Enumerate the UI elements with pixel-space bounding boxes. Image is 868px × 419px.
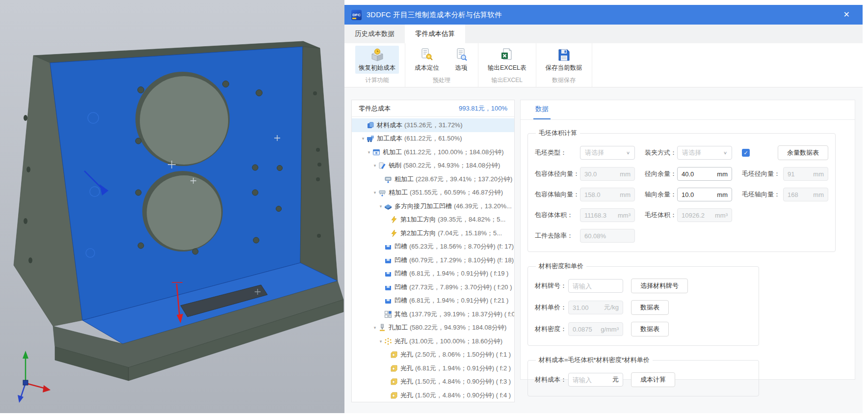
cost-locate-icon	[420, 48, 434, 62]
cad-viewport[interactable]	[0, 0, 344, 413]
select-material-grade-button[interactable]: 选择材料牌号	[631, 279, 688, 293]
tree-row[interactable]: 光孔(2.50元，8.06%；1.50分钟) ( f:1 )	[352, 348, 514, 362]
tree-row[interactable]: 其他(137.79元，39.19%；18.37分钟) ( f:0 )	[352, 307, 514, 321]
radial-margin-value[interactable]	[682, 170, 715, 178]
expander-icon[interactable]: ▾	[371, 325, 378, 330]
tree-row[interactable]: 材料成本(315.26元，31.72%)	[352, 118, 514, 132]
tree-row[interactable]: 光孔(6.81元，1.94%；0.91分钟) ( f:2 )	[352, 362, 514, 375]
margin-checkbox[interactable]: ✓	[742, 149, 750, 157]
hole-icon	[390, 378, 398, 386]
expander-icon[interactable]: ▾	[377, 204, 384, 209]
tab-history-cost-data[interactable]: 历史成本数据	[344, 25, 405, 43]
tree-row[interactable]: 粗加工(228.67元，39.41%；137.20分钟)	[352, 172, 514, 186]
env-radial-unit: mm	[620, 170, 631, 178]
tree-row-label: 凹槽	[395, 242, 407, 251]
tree-row[interactable]: ▾加工成本(611.22元，61.50%)	[352, 132, 514, 146]
tree-row[interactable]: 凹槽(6.81元，1.94%；0.91分钟) ( f:21 )	[352, 294, 514, 308]
save-current-data-button[interactable]: 保存当前数据	[542, 46, 586, 74]
tree-row-label: 凹槽	[395, 283, 407, 292]
blank-radial-label: 毛坯径向量：	[742, 169, 783, 178]
tree-row[interactable]: ▾光孔(31.00元，100.00%；18.60分钟)	[352, 335, 514, 348]
tree-row[interactable]: ▾多方向接刀加工凹槽(46.39元，13.20%...	[352, 199, 514, 213]
tree-row-label: 第1加工方向	[400, 215, 436, 224]
price-data-table-button[interactable]: 数据表	[631, 300, 669, 315]
tree-row[interactable]: 凹槽(65.23元，18.56%；8.70分钟) (f: 17)	[352, 240, 514, 254]
tree-row-label: 光孔	[400, 364, 413, 373]
hole-icon	[390, 351, 398, 359]
clamp-mode-select[interactable]: 请选择 ∨	[677, 146, 732, 160]
margin-data-table-button[interactable]: 余量数据表	[778, 145, 828, 160]
material-price-unit: 元/kg	[604, 303, 619, 312]
radial-margin-input[interactable]: mm	[677, 167, 732, 181]
export-excel-button[interactable]: 输出EXCEL表	[484, 46, 530, 74]
blank-axial-value	[788, 191, 811, 198]
tree-row-detail: (1.50元，4.84%；0.90分钟) ( f:4 )	[415, 391, 511, 400]
tree-row[interactable]: 光孔(1.50元，4.84%；0.90分钟) ( f:3 )	[352, 375, 514, 389]
tree-row[interactable]: 第2加工方向(7.04元，15.18%；5...	[352, 226, 514, 240]
restore-initial-cost-button[interactable]: 恢复初始成本	[355, 46, 399, 74]
tree-row-label: 凹槽	[395, 296, 407, 305]
axial-margin-value[interactable]	[682, 191, 715, 198]
expander-icon[interactable]: ▾	[366, 150, 372, 155]
material-grade-input[interactable]	[568, 279, 623, 293]
tree-row-detail: (6.81元，1.94%；0.91分钟) ( f:2 )	[415, 364, 511, 373]
section-title: 材料成本=毛坯体积*材料密度*材料单价	[536, 356, 653, 364]
tree-row-detail: (27.73元，7.89%；3.70分钟) ( f:20 )	[409, 283, 512, 292]
blank-volume-section: 毛坯体积计算 毛坯类型： 请选择 ∨ 装夹方式：	[527, 129, 836, 252]
axial-margin-label: 轴向余量：	[645, 190, 677, 199]
select-placeholder: 请选择	[682, 148, 701, 157]
env-radial-value	[584, 170, 618, 178]
material-cost-label: 材料成本：	[535, 375, 568, 384]
tree-row-detail: (611.22元，61.50%)	[404, 134, 462, 143]
hole-icon	[390, 391, 398, 399]
expander-icon[interactable]: ▾	[371, 163, 378, 168]
cost-tree-panel: 零件总成本 993.81元，100% 材料成本(315.26元，31.72%)▾…	[351, 100, 515, 402]
tree-row[interactable]: ▾精加工(351.55元，60.59%；46.87分钟)	[352, 186, 514, 200]
blank-type-label: 毛坯类型：	[535, 148, 580, 157]
tree-row-detail: (31.00元，100.00%；18.60分钟)	[409, 337, 502, 346]
cost-locate-button[interactable]: 成本定位	[411, 46, 443, 74]
material-cost-input[interactable]: 元	[568, 373, 623, 387]
rough-machining-icon	[384, 175, 392, 183]
tree-row[interactable]: 凹槽(6.81元，1.94%；0.91分钟) ( f:19 )	[352, 267, 514, 281]
options-button[interactable]: 选项	[450, 46, 472, 74]
expander-icon[interactable]: ▾	[360, 136, 367, 141]
tree-row-detail: (580.22元，94.93%；184.08分钟)	[410, 323, 506, 332]
tab-data[interactable]: 数据	[533, 105, 551, 119]
save-data-icon	[556, 48, 571, 62]
cost-calculate-button[interactable]: 成本计算	[631, 372, 675, 387]
tree-row-label: 凹槽	[395, 256, 407, 265]
material-grade-value[interactable]	[573, 282, 619, 290]
tree-row[interactable]: 第1加工方向(39.35元，84.82%；5...	[352, 213, 514, 227]
tree-row[interactable]: 凹槽(27.73元，7.89%；3.70分钟) ( f:20 )	[352, 280, 514, 294]
density-data-table-button[interactable]: 数据表	[631, 322, 669, 336]
button-label: 保存当前数据	[546, 64, 582, 72]
close-icon[interactable]: ✕	[843, 11, 850, 19]
expander-icon[interactable]: ▾	[377, 339, 384, 344]
tab-part-cost-estimate[interactable]: 零件成本估算	[405, 25, 465, 43]
cost-tree-header: 零件总成本 993.81元，100%	[352, 100, 514, 117]
blank-type-select[interactable]: 请选择 ∨	[580, 146, 635, 160]
tree-row-label: 加工成本	[377, 134, 402, 143]
tree-row[interactable]: 光孔(1.50元，4.84%；0.90分钟) ( f:4 )	[352, 389, 514, 402]
axial-margin-input[interactable]: mm	[677, 188, 732, 201]
tree-row[interactable]: ▾机加工(611.22元，100.00%；184.08分钟)	[352, 145, 514, 159]
app-window: DFC 3DDFC 开目三维制造成本分析与估算软件 ✕ 历史成本数据 零件成本估…	[344, 5, 863, 413]
tree-row-detail: (315.26元，31.72%)	[404, 121, 463, 130]
material-cost-value[interactable]	[573, 376, 610, 384]
tree-row[interactable]: ▾铣削(580.22元，94.93%；184.08分钟)	[352, 159, 514, 173]
pocket-icon	[384, 243, 392, 251]
multi-direction-pocket-icon	[384, 202, 392, 210]
material-price-label: 材料单价：	[535, 303, 568, 312]
expander-icon[interactable]: ▾	[371, 190, 378, 195]
blank-axial-unit: mm	[813, 191, 824, 198]
tree-row[interactable]: ▾孔加工(580.22元，94.93%；184.08分钟)	[352, 321, 514, 335]
tree-row-detail: (1.50元，4.84%；0.90分钟) ( f:3 )	[415, 377, 511, 386]
button-label: 成本定位	[415, 64, 439, 72]
milling-icon	[378, 162, 386, 169]
ribbon-group-calc: 恢复初始成本 计算功能	[349, 43, 405, 87]
pocket-icon	[384, 256, 392, 264]
tree-row[interactable]: 凹槽(60.79元，17.29%；8.10分钟) (f: 18)	[352, 253, 514, 267]
tree-row-label: 凹槽	[395, 269, 407, 278]
material-cost-section: 材料成本=毛坯体积*材料密度*材料单价 材料成本： 元 成本计算	[527, 356, 759, 396]
